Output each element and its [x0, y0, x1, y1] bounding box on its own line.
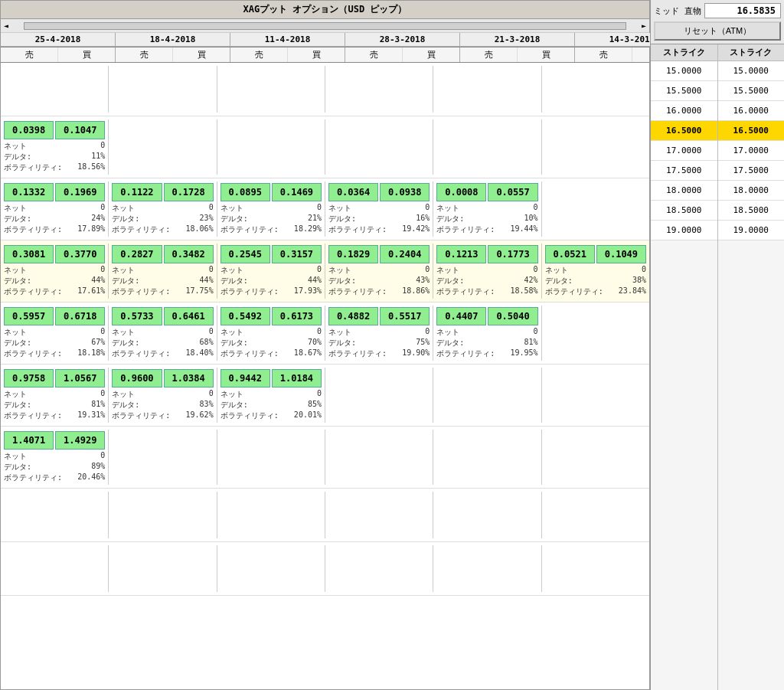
cell-group — [542, 545, 649, 592]
cell-group: 0.0364 0.0938 ネット0デルタ:16%ボラティリティ:19.42% — [325, 181, 433, 237]
net-value: 0 — [50, 389, 105, 400]
strike-cell[interactable]: 19.0000 — [718, 221, 785, 240]
right-arrow[interactable]: ► — [642, 21, 646, 30]
buy-price[interactable]: 1.4929 — [55, 431, 105, 450]
sell-price[interactable]: 0.0521 — [545, 245, 595, 263]
buy-price[interactable]: 0.6173 — [272, 307, 322, 325]
cell-group — [217, 66, 325, 113]
net-label: ネット — [220, 389, 266, 400]
reset-button[interactable]: リセット（ATM） — [654, 21, 781, 41]
sell-header: 売 — [1, 47, 58, 62]
strike-cell[interactable]: 17.5000 — [718, 161, 785, 181]
data-row: 0.5957 0.6718 ネット0デルタ:67%ボラティリティ:18.18% … — [1, 302, 649, 365]
buy-price[interactable]: 1.0567 — [55, 369, 105, 388]
buy-price[interactable]: 0.2404 — [380, 245, 430, 263]
sell-price[interactable]: 0.5492 — [220, 307, 270, 325]
buy-price[interactable]: 0.0938 — [380, 183, 430, 201]
cell-group — [433, 492, 541, 538]
sell-price[interactable]: 0.9600 — [112, 369, 162, 388]
vol-value: 19.90% — [387, 348, 430, 359]
sell-price[interactable]: 0.1213 — [436, 245, 486, 263]
main-panel: XAGプット オプション（USD ピップ） ◄ ► 25-4-201818-4-… — [0, 0, 650, 690]
vol-label: ボラティリティ: — [220, 286, 279, 297]
net-value: 0 — [374, 327, 430, 338]
sell-price[interactable]: 0.5957 — [4, 307, 54, 325]
strike-cell[interactable]: 18.0000 — [718, 181, 785, 201]
sell-price[interactable]: 0.0895 — [220, 183, 270, 201]
strike-cell[interactable]: 15.5000 — [651, 81, 717, 101]
net-value: 0 — [482, 265, 537, 276]
buy-price[interactable]: 0.1049 — [596, 245, 646, 263]
cell-group — [433, 119, 541, 175]
sell-price[interactable]: 0.4407 — [436, 307, 486, 325]
sell-price[interactable]: 0.9758 — [4, 369, 54, 388]
strike-cell[interactable]: 15.0000 — [651, 61, 717, 81]
buy-price[interactable]: 0.1047 — [55, 121, 105, 139]
strike-cell[interactable]: 17.0000 — [651, 141, 717, 161]
buy-price[interactable]: 0.6461 — [164, 307, 214, 325]
strike-cell[interactable]: 16.0000 — [718, 101, 785, 121]
strike-cell[interactable]: 17.5000 — [651, 161, 717, 181]
sell-price[interactable]: 0.4882 — [328, 307, 378, 325]
strike-col-2-scroll[interactable]: 15.000015.500016.000016.500017.000017.50… — [718, 61, 785, 690]
sell-price[interactable]: 0.1829 — [328, 245, 378, 263]
scrollbar-h[interactable] — [24, 22, 626, 30]
strike-cell[interactable]: 18.0000 — [651, 181, 717, 201]
delta-label: デルタ: — [4, 276, 50, 286]
net-value: 0 — [50, 327, 105, 338]
net-label: ネット — [112, 389, 158, 400]
buy-price[interactable]: 0.5517 — [380, 307, 430, 325]
buy-price[interactable]: 1.0184 — [272, 369, 322, 388]
cell-group — [433, 430, 541, 485]
sell-price[interactable]: 1.4071 — [4, 431, 54, 450]
strike-cell[interactable]: 19.0000 — [651, 221, 717, 240]
sell-price[interactable]: 0.0398 — [4, 121, 54, 139]
net-label: ネット — [328, 265, 374, 276]
buy-price[interactable]: 0.5040 — [488, 307, 537, 325]
cell-group — [109, 119, 217, 175]
buy-price[interactable]: 0.1969 — [55, 183, 105, 201]
buy-price[interactable]: 0.1469 — [272, 183, 322, 201]
buy-price[interactable]: 0.6718 — [55, 307, 105, 325]
sell-price[interactable]: 0.0008 — [436, 183, 486, 201]
buy-price[interactable]: 0.1773 — [488, 245, 537, 263]
strike-cell[interactable]: 17.0000 — [718, 141, 785, 161]
cell-group — [217, 119, 325, 175]
strike-cell[interactable]: 18.5000 — [651, 201, 717, 221]
date-label: 18-4-2018 — [116, 33, 230, 47]
strike-col-1-scroll[interactable]: 15.000015.500016.000016.500017.000017.50… — [651, 61, 717, 690]
strike-cell[interactable]: 16.5000 — [651, 121, 717, 141]
content-area[interactable]: 0.0398 0.1047 ネット0デルタ:11%ボラティリティ:18.56% … — [1, 63, 649, 689]
delta-value: 42% — [482, 276, 537, 286]
sell-price[interactable]: 0.9442 — [220, 369, 270, 388]
strike-cell[interactable]: 16.0000 — [651, 101, 717, 121]
sell-price[interactable]: 0.1332 — [4, 183, 54, 201]
vol-value: 20.01% — [279, 410, 322, 421]
date-group: 18-4-2018 — [116, 33, 230, 47]
sell-price[interactable]: 0.3081 — [4, 245, 54, 263]
cell-group — [1, 66, 109, 113]
left-arrow[interactable]: ◄ — [4, 21, 8, 30]
strike-cell[interactable]: 15.0000 — [718, 61, 785, 81]
strike-cell[interactable]: 15.5000 — [718, 81, 785, 101]
buy-price[interactable]: 0.3157 — [272, 245, 322, 263]
cell-group — [433, 66, 541, 113]
buy-price[interactable]: 0.3770 — [55, 245, 105, 263]
strike-cell[interactable]: 18.5000 — [718, 201, 785, 221]
vol-value: 17.75% — [170, 286, 213, 297]
sell-price[interactable]: 0.2827 — [112, 245, 162, 263]
delta-value: 10% — [482, 214, 537, 224]
cell-group — [325, 66, 433, 113]
cell-group: 0.0521 0.1049 ネット0デルタ:38%ボラティリティ:23.84% — [542, 244, 649, 299]
sell-price[interactable]: 0.0364 — [328, 183, 378, 201]
vol-value: 17.89% — [62, 224, 105, 235]
sell-price[interactable]: 0.5733 — [112, 307, 162, 325]
buy-price[interactable]: 0.1728 — [164, 183, 214, 201]
buy-price[interactable]: 0.0557 — [488, 183, 537, 201]
strike-cell[interactable]: 16.5000 — [718, 121, 785, 141]
sell-price[interactable]: 0.2545 — [220, 245, 270, 263]
buy-price[interactable]: 0.3482 — [164, 245, 214, 263]
sell-price[interactable]: 0.1122 — [112, 183, 162, 201]
buy-price[interactable]: 1.0384 — [164, 369, 214, 388]
net-label: ネット — [112, 327, 158, 338]
